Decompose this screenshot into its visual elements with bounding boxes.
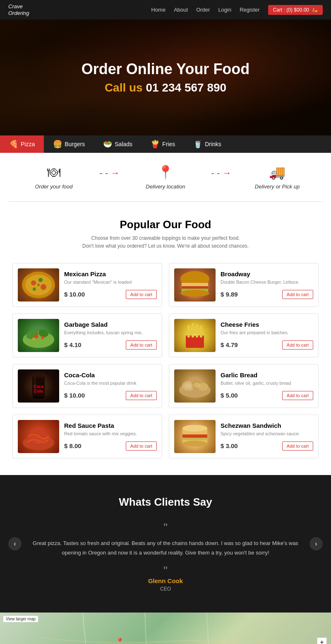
food-price-cheese-fries: $ 4.79 <box>221 341 238 348</box>
popular-sub-line2: Don't love what you ordered? Let us know… <box>82 243 249 249</box>
step-pickup-label: Delivery or Pick up <box>255 183 300 190</box>
food-image-garbage-salad <box>18 319 59 352</box>
category-burgers[interactable]: 🍔 Burgers <box>44 135 94 153</box>
food-image-broadway <box>174 268 216 301</box>
food-card-garlic-bread: Garlic Bread Butter, olive oil, garlic, … <box>169 364 319 408</box>
food-price-coca-cola: $ 10.00 <box>64 392 85 399</box>
food-bottom-coca-cola: $ 10.00 Add to cart <box>64 391 157 400</box>
food-desc-garlic-bread: Butter, olive oil, garlic, crusty bread <box>221 380 313 386</box>
food-card-red-sauce-pasta: Red Sauce Pasta Red tomato sauce with mi… <box>12 415 162 458</box>
logo-line1: Crave <box>8 3 29 10</box>
nav-login[interactable]: Login <box>218 7 231 13</box>
category-salads[interactable]: 🥗 Salads <box>94 135 142 153</box>
hero-subtitle: Call us 01 234 567 890 <box>105 81 226 94</box>
popular-subtitle: Choose from over 30 craveable toppings t… <box>12 234 319 250</box>
pizza-icon: 🍕 <box>9 140 18 149</box>
svg-point-38 <box>34 439 43 444</box>
food-card-garbage-salad: Garbage Salad Everything includes, tusca… <box>12 314 162 357</box>
testimonial-prev-button[interactable]: ‹ <box>8 537 22 550</box>
add-to-cart-garbage-salad[interactable]: Add to cart <box>126 340 157 350</box>
svg-point-24 <box>192 333 197 336</box>
svg-point-28 <box>32 396 45 399</box>
svg-point-3 <box>38 278 43 282</box>
svg-point-18 <box>32 338 35 340</box>
category-drinks[interactable]: 🥤 Drinks <box>184 135 230 153</box>
popular-section: Popular Our Food Choose from over 30 cra… <box>0 202 331 475</box>
food-image-cheese-fries <box>174 319 216 352</box>
svg-point-6 <box>37 284 40 286</box>
add-to-cart-mexican-pizza[interactable]: Add to cart <box>126 290 157 299</box>
testimonial-role: CEO <box>25 586 306 592</box>
delivery-icon: 🛵 <box>312 7 318 13</box>
food-card-broadway: Broadway Double Bacon Cheese Burger, Let… <box>169 263 319 307</box>
category-burgers-label: Burgers <box>65 141 85 147</box>
category-salads-label: Salads <box>115 141 132 147</box>
add-to-cart-schezwan-sandwich[interactable]: Add to cart <box>282 441 313 451</box>
nav-order[interactable]: Order <box>196 7 210 13</box>
svg-rect-40 <box>182 434 207 438</box>
add-to-cart-red-sauce-pasta[interactable]: Add to cart <box>126 441 157 451</box>
testimonials-title: Whats Clients Say <box>25 496 306 509</box>
svg-line-47 <box>83 613 91 644</box>
food-bottom-mexican-pizza: $ 10.00 Add to cart <box>64 290 157 299</box>
logo: Crave Ordering <box>8 3 29 16</box>
svg-rect-41 <box>182 438 207 440</box>
category-drinks-label: Drinks <box>205 141 221 147</box>
add-to-cart-broadway[interactable]: Add to cart <box>282 290 313 299</box>
food-desc-garbage-salad: Everything includes, tuscan spring mix. <box>64 330 157 336</box>
food-bottom-garlic-bread: $ 5.00 Add to cart <box>221 391 313 400</box>
hero-section: Order Online Your Food Call us 01 234 56… <box>0 19 331 135</box>
order-food-icon: 🍽 <box>47 165 60 180</box>
cart-button[interactable]: Cart : (0) $00.00 🛵 <box>268 5 323 15</box>
svg-point-44 <box>182 441 207 446</box>
category-bar: 🍕 Pizza 🍔 Burgers 🥗 Salads 🍟 Fries 🥤 Dri… <box>0 135 331 153</box>
food-card-mexican-pizza: Mexican Pizza Our standard "Mexican" is … <box>12 263 162 307</box>
food-name-mexican-pizza: Mexican Pizza <box>64 270 157 277</box>
food-bottom-red-sauce-pasta: $ 8.00 Add to cart <box>64 441 157 451</box>
header: Crave Ordering Home About Order Login Re… <box>0 0 331 19</box>
call-us-label: Call us <box>105 81 143 94</box>
svg-line-48 <box>145 613 149 644</box>
food-image-mexican-pizza <box>18 268 59 301</box>
salad-icon: 🥗 <box>103 140 112 149</box>
food-bottom-cheese-fries: $ 4.79 Add to cart <box>221 340 313 350</box>
testimonial-next-button[interactable]: › <box>309 537 323 550</box>
category-pizza[interactable]: 🍕 Pizza <box>0 135 44 153</box>
category-fries[interactable]: 🍟 Fries <box>142 135 184 153</box>
svg-rect-9 <box>182 286 208 289</box>
step-order: 🍽 Order your food <box>17 165 91 190</box>
food-image-garlic-bread <box>174 369 216 403</box>
food-grid: Mexican Pizza Our standard "Mexican" is … <box>12 263 319 458</box>
svg-rect-20 <box>187 325 190 338</box>
add-to-cart-coca-cola[interactable]: Add to cart <box>126 391 157 400</box>
svg-point-17 <box>41 336 44 339</box>
step-pickup: 🚚 Delivery or Pick up <box>240 164 314 190</box>
food-price-red-sauce-pasta: $ 8.00 <box>64 442 82 449</box>
svg-text:Coca: Coca <box>34 384 44 389</box>
category-pizza-label: Pizza <box>21 141 35 147</box>
food-info-garlic-bread: Garlic Bread Butter, olive oil, garlic, … <box>221 371 313 400</box>
quote-open: " <box>25 521 306 534</box>
quote-close: " <box>25 564 306 577</box>
food-image-schezwan-sandwich <box>174 420 216 453</box>
fries-icon: 🍟 <box>151 140 160 149</box>
food-price-garlic-bread: $ 5.00 <box>221 392 238 399</box>
phone-number: 01 234 567 890 <box>146 81 226 94</box>
add-to-cart-garlic-bread[interactable]: Add to cart <box>282 391 313 400</box>
food-info-mexican-pizza: Mexican Pizza Our standard "Mexican" is … <box>64 270 157 299</box>
svg-rect-23 <box>200 326 202 338</box>
food-name-cheese-fries: Cheese Fries <box>221 321 313 328</box>
nav-home[interactable]: Home <box>151 7 166 13</box>
food-info-broadway: Broadway Double Bacon Cheese Burger, Let… <box>221 270 313 299</box>
cart-label: Cart : (0) $00.00 <box>273 7 309 13</box>
nav-about[interactable]: About <box>174 7 188 13</box>
food-info-cheese-fries: Cheese Fries Our fries are prepared in b… <box>221 321 313 349</box>
add-to-cart-cheese-fries[interactable]: Add to cart <box>282 340 313 350</box>
svg-line-49 <box>207 613 211 644</box>
step-order-label: Order your food <box>35 183 72 190</box>
svg-text:Cola: Cola <box>34 389 43 393</box>
nav-register[interactable]: Register <box>240 7 259 13</box>
svg-rect-8 <box>182 283 208 286</box>
food-name-broadway: Broadway <box>221 270 313 277</box>
arrow-2: - - → <box>203 168 240 178</box>
